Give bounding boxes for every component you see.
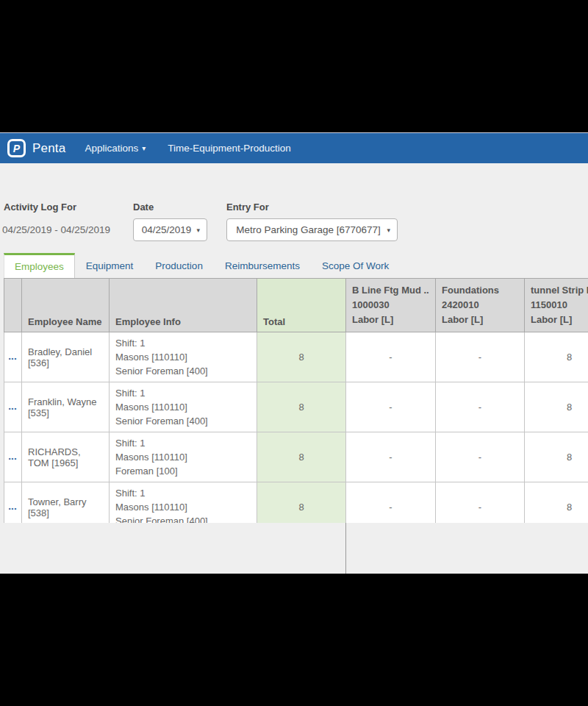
info-trade: Masons [110110] [115, 350, 251, 364]
employee-name-cell: Franklin, Wayne [535] [22, 382, 110, 432]
hours-entry-cell[interactable]: 8 [525, 332, 588, 382]
employee-info-cell: Shift: 1 Masons [110110] Foreman [100] [110, 432, 257, 482]
cost-code-header-3: tunnel Strip F 1150010 Labor [L] [525, 279, 588, 332]
employee-name-cell: Bradley, Daniel [536] [22, 332, 110, 382]
table-row: ••• Franklin, Wayne [535] Shift: 1 Mason… [4, 382, 588, 432]
info-class: Senior Foreman [400] [115, 514, 251, 523]
cost-code-number: 2420010 [442, 298, 518, 313]
top-navbar: P Penta Applications▾ Time-Equipment-Pro… [0, 133, 588, 163]
info-trade: Masons [110110] [115, 400, 251, 414]
hours-entry-cell[interactable]: - [346, 382, 436, 432]
info-shift: Shift: 1 [115, 386, 251, 400]
total-hours-cell: 8 [257, 482, 346, 524]
hours-entry-cell[interactable]: 8 [525, 432, 588, 482]
tab-employees[interactable]: Employees [4, 253, 75, 278]
info-shift: Shift: 1 [115, 436, 251, 450]
table-row: ••• Bradley, Daniel [536] Shift: 1 Mason… [4, 332, 588, 382]
hours-entry-cell[interactable]: - [346, 332, 436, 382]
cost-code-header-1: B Line Ftg Mud ... 1000030 Labor [L] [346, 279, 436, 332]
select-caret-icon: ▾ [196, 227, 200, 234]
employee-name-cell: RICHARDS, TOM [1965] [22, 432, 110, 482]
actions-column-header [4, 279, 22, 332]
entry-for-select[interactable]: Metro Parking Garage [6770677] ▾ [226, 218, 398, 241]
row-menu-icon[interactable]: ••• [9, 355, 17, 362]
hours-entry-cell[interactable]: 8 [525, 382, 588, 432]
date-label: Date [133, 202, 154, 213]
row-actions-cell: ••• [4, 482, 22, 524]
employee-info-cell: Shift: 1 Masons [110110] Senior Foreman … [110, 382, 257, 432]
cost-code-type: Labor [L] [352, 313, 429, 327]
info-shift: Shift: 1 [115, 336, 251, 350]
employee-info-cell: Shift: 1 Masons [110110] Senior Foreman … [110, 332, 257, 382]
cost-code-title: Foundations [442, 283, 518, 298]
row-menu-icon[interactable]: ••• [9, 455, 17, 462]
select-caret-icon: ▾ [387, 227, 390, 234]
tab-equipment[interactable]: Equipment [75, 253, 145, 278]
info-class: Foreman [100] [115, 464, 251, 478]
info-trade: Masons [110110] [115, 450, 251, 464]
employee-name-header: Employee Name [22, 279, 110, 332]
employee-info-header: Employee Info [110, 279, 257, 332]
penta-logo-icon: P [7, 139, 26, 157]
row-actions-cell: ••• [4, 382, 22, 432]
cost-code-type: Labor [L] [531, 313, 588, 327]
letterbox-top [0, 0, 588, 132]
tab-production[interactable]: Production [144, 253, 214, 278]
hours-entry-cell[interactable]: - [346, 482, 436, 524]
tab-bar: Employees Equipment Production Reimburse… [4, 253, 400, 278]
letterbox-bottom [0, 574, 588, 706]
tab-reimbursements[interactable]: Reimbursements [214, 253, 311, 278]
hours-entry-cell[interactable]: - [436, 382, 525, 432]
nav-time-equipment-production[interactable]: Time-Equipment-Production [168, 143, 291, 154]
cost-code-header-2: Foundations 2420010 Labor [L] [436, 279, 525, 332]
cost-code-title: B Line Ftg Mud ... [352, 283, 429, 298]
total-header: Total [257, 279, 346, 332]
total-hours-cell: 8 [257, 432, 346, 482]
cost-code-type: Labor [L] [442, 313, 518, 327]
total-hours-cell: 8 [257, 332, 346, 382]
brand-name: Penta [32, 141, 65, 156]
chevron-down-icon: ▾ [142, 144, 146, 152]
activity-log-for-value: 04/25/2019 - 04/25/2019 [2, 224, 110, 235]
frozen-columns-divider [345, 523, 346, 574]
employee-info-cell: Shift: 1 Masons [110110] Senior Foreman … [110, 482, 257, 524]
entry-for-label: Entry For [226, 202, 269, 213]
app-window: P Penta Applications▾ Time-Equipment-Pro… [0, 132, 588, 574]
info-trade: Masons [110110] [115, 500, 251, 514]
entry-for-select-value: Metro Parking Garage [6770677] [230, 224, 394, 235]
employee-name-cell: Towner, Barry [538] [22, 482, 110, 524]
header-row: Employee Name Employee Info Total B Line… [4, 279, 588, 332]
hours-entry-cell[interactable]: - [346, 432, 436, 482]
info-class: Senior Foreman [400] [115, 364, 251, 378]
screenshot-stage: P Penta Applications▾ Time-Equipment-Pro… [0, 0, 588, 706]
cost-code-title: tunnel Strip F [531, 283, 588, 298]
penta-logo-letter: P [13, 143, 20, 154]
hours-entry-cell[interactable]: - [436, 332, 525, 382]
activity-log-for-label: Activity Log For [4, 202, 76, 213]
navbar-menu: Applications▾ Time-Equipment-Production [85, 143, 290, 154]
info-shift: Shift: 1 [115, 486, 251, 500]
row-actions-cell: ••• [4, 332, 22, 382]
employee-table: Employee Name Employee Info Total B Line… [4, 278, 588, 523]
table-row: ••• Towner, Barry [538] Shift: 1 Masons … [4, 482, 588, 524]
table-row: ••• RICHARDS, TOM [1965] Shift: 1 Masons… [4, 432, 588, 482]
nav-applications-label: Applications [85, 143, 138, 154]
cost-code-number: 1000030 [352, 298, 429, 313]
row-actions-cell: ••• [4, 432, 22, 482]
tab-scope-of-work[interactable]: Scope Of Work [311, 253, 400, 278]
nav-applications[interactable]: Applications▾ [85, 143, 146, 154]
hours-entry-cell[interactable]: - [436, 482, 525, 524]
hours-entry-cell[interactable]: - [436, 432, 525, 482]
employee-time-grid: Employee Name Employee Info Total B Line… [4, 278, 588, 523]
row-menu-icon[interactable]: ••• [9, 505, 17, 512]
hours-entry-cell[interactable]: 8 [525, 482, 588, 524]
total-hours-cell: 8 [257, 382, 346, 432]
date-select-value: 04/25/2019 [136, 224, 205, 235]
cost-code-number: 1150010 [531, 298, 588, 313]
info-class: Senior Foreman [400] [115, 414, 251, 428]
row-menu-icon[interactable]: ••• [9, 405, 17, 412]
date-select[interactable]: 04/25/2019 ▾ [133, 218, 207, 241]
